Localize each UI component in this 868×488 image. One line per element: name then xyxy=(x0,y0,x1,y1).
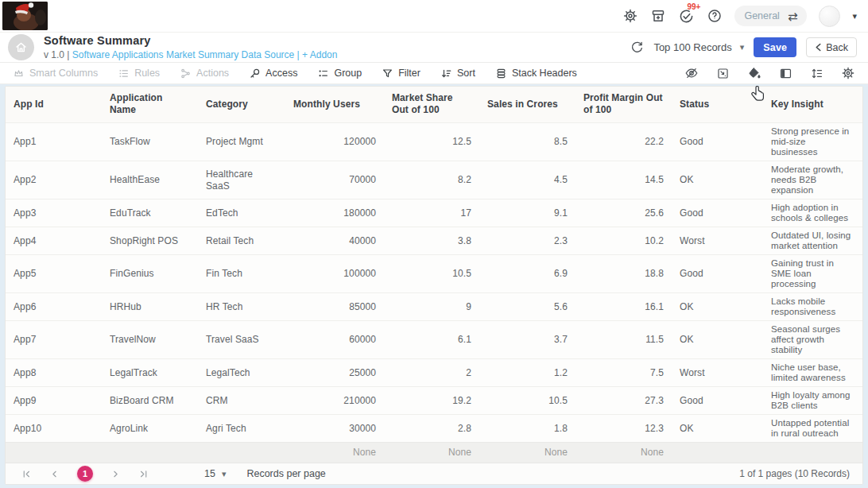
column-header-application-name[interactable]: Application Name xyxy=(102,87,198,123)
column-header-monthly-users[interactable]: Monthly Users xyxy=(285,87,384,123)
data-source-link[interactable]: Software Applications Market Summary Dat… xyxy=(72,49,338,60)
toolbar-smart-columns[interactable]: Smart Columns xyxy=(13,68,98,79)
logo-photo-graphic xyxy=(2,2,48,30)
column-header-profit-margin[interactable]: Profit Margin Out of 100 xyxy=(575,87,672,123)
help-icon[interactable] xyxy=(707,8,723,24)
aggregate-footer-row: None None None None xyxy=(6,443,862,463)
hidden-columns-eye-off-icon[interactable] xyxy=(684,66,699,80)
cell-status: Good xyxy=(672,387,763,415)
records-per-page-label: Records per page xyxy=(246,468,325,479)
cell-category: Healthcare SaaS xyxy=(198,161,285,199)
cell-profit-margin: 25.6 xyxy=(575,199,672,227)
swap-environment-icon[interactable]: ⇄ xyxy=(788,10,798,22)
column-header-app-id[interactable]: App Id xyxy=(6,87,102,123)
toolbar-stack-headers[interactable]: Stack Headers xyxy=(495,68,577,79)
page-size-value: 15 xyxy=(204,468,215,479)
stack-headers-icon xyxy=(495,68,507,79)
cell-market-share: 12.5 xyxy=(384,123,479,161)
records-dropdown-caret-icon: ▾ xyxy=(740,42,745,52)
user-avatar[interactable] xyxy=(819,6,840,27)
cell-category: HR Tech xyxy=(198,293,285,321)
column-header-status[interactable]: Status xyxy=(672,87,763,123)
cell-monthly-users: 25000 xyxy=(285,359,384,387)
cell-app-id: App10 xyxy=(6,415,102,443)
fit-cell-icon[interactable] xyxy=(716,67,730,80)
save-button[interactable]: Save xyxy=(754,37,796,57)
cell-sales: 2.3 xyxy=(479,227,575,255)
cell-market-share: 8.2 xyxy=(384,161,479,199)
main-content-area: App Id Application Name Category Monthly… xyxy=(0,84,868,485)
cell-sales: 9.1 xyxy=(479,199,575,227)
account-settings-gear-icon[interactable] xyxy=(622,8,638,24)
cell-category: Project Mgmt xyxy=(198,123,285,161)
previous-page-button[interactable] xyxy=(49,469,60,479)
environment-switcher[interactable]: General ⇄ xyxy=(734,6,807,26)
table-row[interactable]: App9 BizBoard CRM CRM 210000 19.2 10.5 2… xyxy=(6,387,862,415)
cell-key-insight: Strong presence in mid-size businesses xyxy=(763,123,862,161)
version-label: v 1.0 | xyxy=(44,49,69,60)
cell-status: OK xyxy=(672,321,763,359)
toolbar-item-label: Rules xyxy=(134,68,160,79)
cell-status: OK xyxy=(672,161,763,199)
row-height-icon[interactable] xyxy=(810,67,823,80)
cell-application-name: HRHub xyxy=(102,293,198,321)
cell-profit-margin: 16.1 xyxy=(575,293,672,321)
aggregate-profit-margin: None xyxy=(575,443,672,463)
first-page-button[interactable] xyxy=(21,469,32,479)
column-header-market-share[interactable]: Market Share Out of 100 xyxy=(384,87,479,123)
cell-status: OK xyxy=(672,415,763,443)
back-button[interactable]: Back xyxy=(806,37,857,57)
table-row[interactable]: App5 FinGenius Fin Tech 100000 10.5 6.9 … xyxy=(6,255,862,293)
table-row[interactable]: App2 HealthEase Healthcare SaaS 70000 8.… xyxy=(6,161,862,199)
cell-market-share: 19.2 xyxy=(384,387,479,415)
table-settings-gear-icon[interactable] xyxy=(841,66,855,80)
table-row[interactable]: App6 HRHub HR Tech 85000 9 5.6 16.1 OK L… xyxy=(6,293,862,321)
table-row[interactable]: App4 ShopRight POS Retail Tech 40000 3.8… xyxy=(6,227,862,255)
workspace-logo[interactable] xyxy=(2,2,48,30)
cell-monthly-users: 210000 xyxy=(285,387,384,415)
marketplace-icon[interactable] xyxy=(650,8,666,24)
column-header-key-insight[interactable]: Key Insight xyxy=(763,87,862,123)
records-limit-dropdown[interactable]: Top 100 Records ▾ xyxy=(653,41,744,53)
toolbar-access[interactable]: Access xyxy=(249,68,297,79)
column-header-category[interactable]: Category xyxy=(198,87,285,123)
last-page-button[interactable] xyxy=(138,469,149,479)
current-page-indicator[interactable]: 1 xyxy=(77,466,93,482)
column-header-sales[interactable]: Sales in Crores xyxy=(479,87,575,123)
table-row[interactable]: App1 TaskFlow Project Mgmt 120000 12.5 8… xyxy=(6,123,862,161)
table-header-row: App Id Application Name Category Monthly… xyxy=(6,87,862,123)
panel-layout-icon[interactable] xyxy=(779,67,792,80)
toolbar-sort[interactable]: Sort xyxy=(440,68,475,79)
toolbar-filter[interactable]: Filter xyxy=(382,68,420,79)
refresh-icon[interactable] xyxy=(630,41,644,54)
next-page-button[interactable] xyxy=(110,469,121,479)
table-row[interactable]: App7 TravelNow Travel SaaS 60000 6.1 3.7… xyxy=(6,321,862,359)
table-row[interactable]: App8 LegalTrack LegalTech 25000 2 1.2 7.… xyxy=(6,359,862,387)
cell-market-share: 9 xyxy=(384,293,479,321)
toolbar-item-label: Smart Columns xyxy=(29,68,98,79)
aggregate-sales: None xyxy=(479,443,575,463)
cell-app-id: App1 xyxy=(6,123,102,161)
page-title: Software Summary xyxy=(44,34,337,48)
cell-status: Good xyxy=(672,255,763,293)
cell-app-id: App6 xyxy=(6,293,102,321)
table-row[interactable]: App3 EduTrack EdTech 180000 17 9.1 25.6 … xyxy=(6,199,862,227)
style-paint-bucket-icon[interactable] xyxy=(747,66,761,80)
home-screen-icon[interactable] xyxy=(8,34,34,60)
toolbar-rules[interactable]: Rules xyxy=(118,68,160,79)
sort-arrows-icon xyxy=(440,68,452,79)
cell-app-id: App4 xyxy=(6,227,102,255)
pagination-bar: 1 15 ▾ Records per page 1 of 1 pages (10… xyxy=(6,463,862,484)
page-size-dropdown[interactable]: 15 ▾ xyxy=(204,468,226,479)
toolbar-group[interactable]: Group xyxy=(317,68,362,79)
page-size-caret-icon: ▾ xyxy=(222,469,227,479)
approvals-check-icon[interactable]: 99+ xyxy=(678,8,695,25)
table-row[interactable]: App10 AgroLink Agri Tech 30000 2.8 1.8 1… xyxy=(6,415,862,443)
cell-app-id: App2 xyxy=(6,161,102,199)
cell-monthly-users: 40000 xyxy=(285,227,384,255)
filter-funnel-icon xyxy=(382,68,393,79)
toolbar-actions[interactable]: Actions xyxy=(180,68,229,79)
profile-menu-caret-icon[interactable]: ▾ xyxy=(852,11,857,21)
cell-profit-margin: 12.3 xyxy=(575,415,672,443)
table-toolbar: Smart Columns Rules Actions Access xyxy=(0,63,868,84)
